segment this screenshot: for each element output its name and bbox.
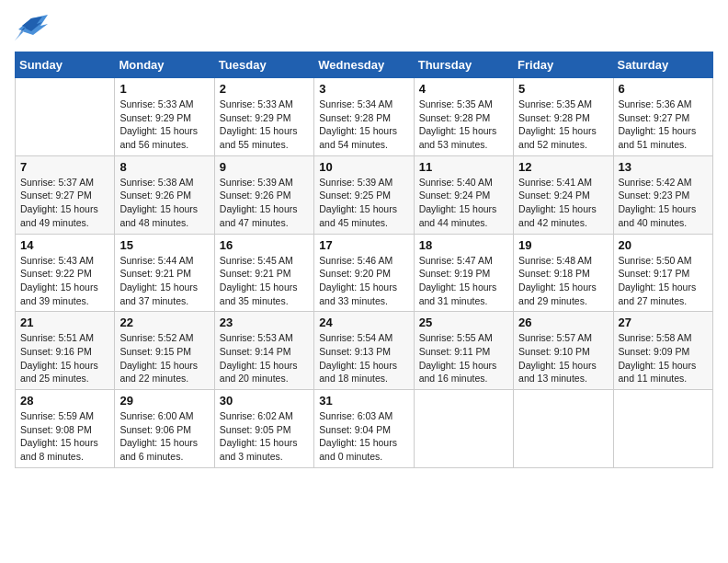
calendar-cell: 10Sunrise: 5:39 AM Sunset: 9:25 PM Dayli… <box>314 155 414 234</box>
calendar-cell: 1Sunrise: 5:33 AM Sunset: 9:29 PM Daylig… <box>115 78 214 156</box>
day-number: 11 <box>419 160 508 174</box>
day-number: 10 <box>319 160 408 174</box>
day-info: Sunrise: 5:48 AM Sunset: 9:18 PM Dayligh… <box>518 254 608 308</box>
weekday-header-saturday: Saturday <box>613 52 712 78</box>
day-info: Sunrise: 5:44 AM Sunset: 9:21 PM Dayligh… <box>119 254 209 308</box>
calendar-cell: 23Sunrise: 5:53 AM Sunset: 9:14 PM Dayli… <box>214 312 313 390</box>
day-info: Sunrise: 5:33 AM Sunset: 9:29 PM Dayligh… <box>220 98 309 152</box>
day-number: 29 <box>119 394 209 408</box>
day-number: 18 <box>419 238 508 252</box>
day-number: 12 <box>518 160 608 174</box>
day-info: Sunrise: 5:40 AM Sunset: 9:24 PM Dayligh… <box>419 176 508 230</box>
calendar-cell: 21Sunrise: 5:51 AM Sunset: 9:16 PM Dayli… <box>16 312 115 390</box>
calendar-cell: 11Sunrise: 5:40 AM Sunset: 9:24 PM Dayli… <box>414 155 513 234</box>
page-header <box>15 15 713 40</box>
weekday-header-thursday: Thursday <box>414 52 513 78</box>
day-info: Sunrise: 5:43 AM Sunset: 9:22 PM Dayligh… <box>20 254 109 308</box>
day-number: 1 <box>119 82 209 96</box>
calendar-cell: 3Sunrise: 5:34 AM Sunset: 9:28 PM Daylig… <box>314 78 414 156</box>
day-info: Sunrise: 5:35 AM Sunset: 9:28 PM Dayligh… <box>518 98 608 152</box>
calendar-cell: 17Sunrise: 5:46 AM Sunset: 9:20 PM Dayli… <box>314 234 414 312</box>
day-number: 26 <box>518 316 608 329</box>
weekday-header-friday: Friday <box>514 52 613 78</box>
calendar-cell: 25Sunrise: 5:55 AM Sunset: 9:11 PM Dayli… <box>414 312 513 390</box>
day-info: Sunrise: 5:37 AM Sunset: 9:27 PM Dayligh… <box>20 176 109 230</box>
day-info: Sunrise: 6:02 AM Sunset: 9:05 PM Dayligh… <box>220 409 309 464</box>
calendar-header-row: SundayMondayTuesdayWednesdayThursdayFrid… <box>16 52 713 78</box>
logo-icon <box>15 15 48 40</box>
day-number: 13 <box>619 160 708 174</box>
day-info: Sunrise: 5:42 AM Sunset: 9:23 PM Dayligh… <box>619 176 708 230</box>
day-number: 14 <box>20 238 109 252</box>
day-number: 15 <box>119 238 209 252</box>
calendar-week-row: 28Sunrise: 5:59 AM Sunset: 9:08 PM Dayli… <box>16 390 713 468</box>
calendar-cell <box>613 390 712 468</box>
day-number: 6 <box>619 82 708 96</box>
day-number: 30 <box>220 394 309 408</box>
weekday-header-tuesday: Tuesday <box>214 52 313 78</box>
day-number: 9 <box>220 160 309 174</box>
day-number: 16 <box>220 238 309 252</box>
day-number: 28 <box>20 394 109 408</box>
day-number: 22 <box>119 316 209 329</box>
calendar-cell: 12Sunrise: 5:41 AM Sunset: 9:24 PM Dayli… <box>514 155 613 234</box>
day-info: Sunrise: 5:47 AM Sunset: 9:19 PM Dayligh… <box>419 254 508 308</box>
day-info: Sunrise: 6:00 AM Sunset: 9:06 PM Dayligh… <box>119 409 209 464</box>
calendar-cell: 24Sunrise: 5:54 AM Sunset: 9:13 PM Dayli… <box>314 312 414 390</box>
day-number: 8 <box>119 160 209 174</box>
calendar-cell: 14Sunrise: 5:43 AM Sunset: 9:22 PM Dayli… <box>16 234 115 312</box>
day-info: Sunrise: 5:53 AM Sunset: 9:14 PM Dayligh… <box>220 331 309 385</box>
day-info: Sunrise: 5:50 AM Sunset: 9:17 PM Dayligh… <box>619 254 708 308</box>
calendar-cell: 19Sunrise: 5:48 AM Sunset: 9:18 PM Dayli… <box>514 234 613 312</box>
day-info: Sunrise: 5:46 AM Sunset: 9:20 PM Dayligh… <box>319 254 408 308</box>
day-number: 19 <box>518 238 608 252</box>
calendar-week-row: 1Sunrise: 5:33 AM Sunset: 9:29 PM Daylig… <box>16 78 713 156</box>
day-number: 25 <box>419 316 508 329</box>
day-number: 27 <box>619 316 708 329</box>
day-number: 20 <box>619 238 708 252</box>
calendar-week-row: 7Sunrise: 5:37 AM Sunset: 9:27 PM Daylig… <box>16 155 713 234</box>
calendar-cell <box>414 390 513 468</box>
day-info: Sunrise: 5:52 AM Sunset: 9:15 PM Dayligh… <box>119 331 209 385</box>
calendar-cell: 13Sunrise: 5:42 AM Sunset: 9:23 PM Dayli… <box>613 155 712 234</box>
day-info: Sunrise: 5:39 AM Sunset: 9:25 PM Dayligh… <box>319 176 408 230</box>
calendar-cell: 18Sunrise: 5:47 AM Sunset: 9:19 PM Dayli… <box>414 234 513 312</box>
calendar-cell: 26Sunrise: 5:57 AM Sunset: 9:10 PM Dayli… <box>514 312 613 390</box>
day-number: 23 <box>220 316 309 329</box>
calendar-cell: 5Sunrise: 5:35 AM Sunset: 9:28 PM Daylig… <box>514 78 613 156</box>
calendar-cell: 4Sunrise: 5:35 AM Sunset: 9:28 PM Daylig… <box>414 78 513 156</box>
calendar-cell <box>16 78 115 156</box>
calendar-cell: 31Sunrise: 6:03 AM Sunset: 9:04 PM Dayli… <box>314 390 414 468</box>
calendar-cell: 9Sunrise: 5:39 AM Sunset: 9:26 PM Daylig… <box>214 155 313 234</box>
day-info: Sunrise: 5:54 AM Sunset: 9:13 PM Dayligh… <box>319 331 408 385</box>
calendar-cell: 15Sunrise: 5:44 AM Sunset: 9:21 PM Dayli… <box>115 234 214 312</box>
day-number: 31 <box>319 394 408 408</box>
day-info: Sunrise: 5:33 AM Sunset: 9:29 PM Dayligh… <box>119 98 209 152</box>
weekday-header-monday: Monday <box>115 52 214 78</box>
calendar-cell <box>514 390 613 468</box>
day-info: Sunrise: 5:35 AM Sunset: 9:28 PM Dayligh… <box>419 98 508 152</box>
day-info: Sunrise: 5:55 AM Sunset: 9:11 PM Dayligh… <box>419 331 508 385</box>
calendar-week-row: 14Sunrise: 5:43 AM Sunset: 9:22 PM Dayli… <box>16 234 713 312</box>
day-info: Sunrise: 5:59 AM Sunset: 9:08 PM Dayligh… <box>20 409 109 464</box>
calendar-cell: 22Sunrise: 5:52 AM Sunset: 9:15 PM Dayli… <box>115 312 214 390</box>
calendar-cell: 29Sunrise: 6:00 AM Sunset: 9:06 PM Dayli… <box>115 390 214 468</box>
calendar-cell: 6Sunrise: 5:36 AM Sunset: 9:27 PM Daylig… <box>613 78 712 156</box>
calendar-week-row: 21Sunrise: 5:51 AM Sunset: 9:16 PM Dayli… <box>16 312 713 390</box>
day-info: Sunrise: 5:45 AM Sunset: 9:21 PM Dayligh… <box>220 254 309 308</box>
day-number: 4 <box>419 82 508 96</box>
day-info: Sunrise: 5:36 AM Sunset: 9:27 PM Dayligh… <box>619 98 708 152</box>
day-number: 21 <box>20 316 109 329</box>
day-number: 17 <box>319 238 408 252</box>
day-info: Sunrise: 5:39 AM Sunset: 9:26 PM Dayligh… <box>220 176 309 230</box>
day-info: Sunrise: 5:58 AM Sunset: 9:09 PM Dayligh… <box>619 331 708 385</box>
day-info: Sunrise: 6:03 AM Sunset: 9:04 PM Dayligh… <box>319 409 408 464</box>
day-number: 5 <box>518 82 608 96</box>
day-info: Sunrise: 5:38 AM Sunset: 9:26 PM Dayligh… <box>119 176 209 230</box>
calendar-cell: 28Sunrise: 5:59 AM Sunset: 9:08 PM Dayli… <box>16 390 115 468</box>
calendar-table: SundayMondayTuesdayWednesdayThursdayFrid… <box>15 52 713 468</box>
calendar-cell: 8Sunrise: 5:38 AM Sunset: 9:26 PM Daylig… <box>115 155 214 234</box>
calendar-cell: 27Sunrise: 5:58 AM Sunset: 9:09 PM Dayli… <box>613 312 712 390</box>
calendar-cell: 2Sunrise: 5:33 AM Sunset: 9:29 PM Daylig… <box>214 78 313 156</box>
day-info: Sunrise: 5:51 AM Sunset: 9:16 PM Dayligh… <box>20 331 109 385</box>
